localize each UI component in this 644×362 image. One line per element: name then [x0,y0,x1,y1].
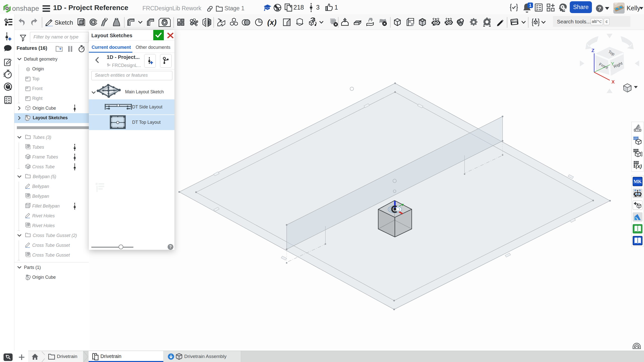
svg-text:Z: Z [591,48,594,53]
svg-text:?: ? [169,245,172,249]
svg-text:(x): (x) [636,164,642,169]
svg-text:?: ? [598,6,601,11]
svg-text:1: 1 [529,3,531,8]
svg-text:X: X [612,79,615,85]
svg-text:Y: Y [611,61,614,66]
